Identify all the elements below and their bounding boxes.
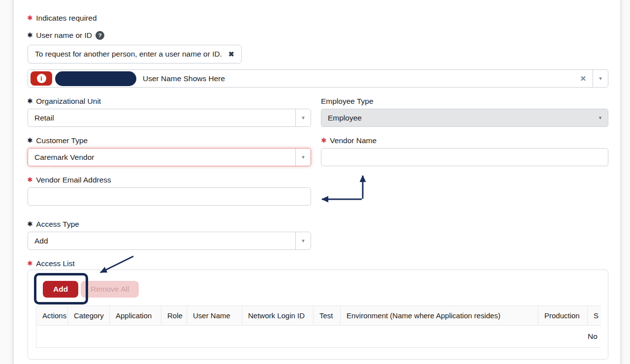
vendor-email-field[interactable] [28,187,311,206]
required-asterisk-icon: ✱ [27,15,32,22]
required-asterisk-icon: ✱ [27,177,32,183]
vendor-name-label-text: Vendor Name [330,136,377,145]
empty-row-text: No [588,332,598,341]
access-type-value: Add [28,237,48,245]
user-select-value: User Name Shows Here [143,74,225,83]
chevron-down-icon: ▾ [593,109,608,126]
vendor-email-label: ✱ Vendor Email Address [27,175,111,184]
access-type-select[interactable]: Add ▾ [28,232,311,250]
required-asterisk-icon: ✱ [27,32,32,39]
required-note-text: Indicates required [36,14,96,23]
col-category: Category [68,306,110,326]
org-unit-label-text: Organizational Unit [36,97,101,106]
required-asterisk-icon: ✱ [27,260,32,267]
col-environment: Environment (Name where Application resi… [341,306,538,326]
form-content: ✱ Indicates required ✱ User name or ID ?… [0,0,630,364]
col-test: Test [314,306,341,326]
col-role: Role [161,306,187,326]
chevron-down-icon[interactable]: ▾ [295,149,311,166]
redacted-user-pill [55,71,136,86]
employee-type-label-text: Employee Type [321,97,374,106]
employee-type-value: Employee [321,114,362,122]
required-asterisk-icon: ✱ [321,137,326,144]
employee-type-label: Employee Type [321,96,374,106]
vendor-name-field[interactable] [321,148,608,166]
customer-type-label-text: Customer Type [36,136,88,145]
required-asterisk-icon: ✱ [27,221,32,228]
user-select[interactable]: i User Name Shows Here ✕ ▾ [28,69,608,88]
vendor-email-label-text: Vendor Email Address [36,176,111,184]
user-name-label: ✱ User name or ID ? [27,30,104,40]
user-hint-tag-text: To request for another person, enter a u… [35,50,222,59]
chevron-down-icon[interactable]: ▾ [295,109,311,126]
chevron-down-icon[interactable]: ▾ [593,70,608,87]
clear-icon[interactable]: ✕ [580,74,586,83]
access-list-table: Actions Category Application Role User N… [36,305,601,348]
required-asterisk-icon: ✱ [27,98,32,105]
access-list-label: ✱ Access List [27,259,75,268]
col-application: Application [110,306,161,326]
vendor-name-label: ✱ Vendor Name [321,136,377,145]
access-list-panel: Add Remove All Actions Category Applicat… [28,270,608,360]
empty-row: No [36,326,601,348]
org-unit-label: ✱ Organizational Unit [27,96,101,106]
tag-close-icon[interactable]: ✖ [228,50,234,58]
org-unit-value: Retail [28,114,54,122]
required-asterisk-icon: ✱ [27,137,32,144]
annotation-highlight-box [34,273,88,304]
col-production: Production [538,306,588,326]
access-type-label-text: Access Type [36,220,79,229]
user-name-label-text: User name or ID [36,31,92,40]
org-unit-select[interactable]: Retail ▾ [28,109,311,127]
access-list-table-wrap[interactable]: Actions Category Application Role User N… [36,305,601,352]
user-hint-tag: To request for another person, enter a u… [28,45,242,63]
customer-type-select[interactable]: Caremark Vendor ▾ [28,148,311,166]
customer-type-label: ✱ Customer Type [27,136,88,145]
remove-all-button[interactable]: Remove All [81,281,139,298]
col-network-login-id: Network Login ID [242,306,314,326]
col-user-name: User Name [187,306,242,326]
customer-type-value: Caremark Vendor [28,153,94,162]
access-list-label-text: Access List [36,259,74,268]
access-type-label: ✱ Access Type [27,219,79,229]
required-note: ✱ Indicates required [27,13,97,23]
employee-type-select: Employee ▾ [321,109,608,127]
chevron-down-icon[interactable]: ▾ [295,232,311,249]
table-header-row: Actions Category Application Role User N… [36,306,601,326]
help-icon[interactable]: ? [95,31,104,40]
info-icon[interactable]: i [31,71,52,86]
col-actions: Actions [36,306,68,326]
col-clipped: S [588,306,601,326]
